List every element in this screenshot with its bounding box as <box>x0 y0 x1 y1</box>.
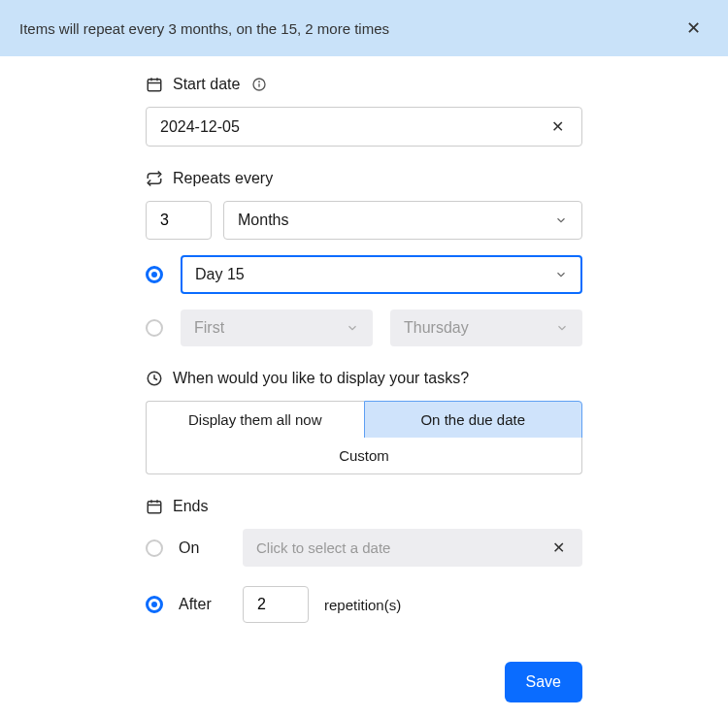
repetitions-unit: repetition(s) <box>324 597 401 613</box>
display-due-date-button[interactable]: On the due date <box>364 401 583 439</box>
day-select-value: Day 15 <box>195 266 245 283</box>
repeats-label: Repeats every <box>173 170 273 187</box>
display-segmented: Display them all now On the due date Cus… <box>146 401 582 474</box>
ends-on-date-input[interactable]: Click to select a date ✕ <box>243 529 582 567</box>
unit-select-value: Months <box>238 212 288 229</box>
display-header: When would you like to display your task… <box>146 370 582 387</box>
repeats-section: Repeats every Months Day 15 <box>146 170 582 346</box>
weekday-select-value: Thursday <box>404 319 469 337</box>
start-date-label: Start date <box>173 76 240 93</box>
ordinal-select-value: First <box>194 319 224 337</box>
form-footer: Save <box>146 662 582 702</box>
chevron-down-icon <box>346 321 359 335</box>
display-section: When would you like to display your task… <box>146 370 582 474</box>
unit-select[interactable]: Months <box>223 201 582 240</box>
start-date-section: Start date ✕ <box>146 76 582 147</box>
display-all-now-button[interactable]: Display them all now <box>146 401 364 439</box>
calendar-icon <box>146 76 163 93</box>
repetitions-input[interactable] <box>243 586 309 623</box>
weekday-select[interactable]: Thursday <box>390 310 582 346</box>
ends-on-label: On <box>179 539 227 557</box>
ends-section: Ends On Click to select a date ✕ After r… <box>146 498 582 623</box>
ordinal-select[interactable]: First <box>181 310 373 346</box>
repeat-icon <box>146 170 163 187</box>
svg-rect-0 <box>148 80 161 91</box>
chevron-down-icon <box>554 213 568 227</box>
info-icon[interactable] <box>251 77 267 92</box>
interval-input[interactable] <box>146 201 212 240</box>
weekday-option-row: First Thursday <box>146 310 582 346</box>
svg-point-6 <box>259 82 260 82</box>
ends-after-radio[interactable] <box>146 596 163 613</box>
ends-after-label: After <box>179 596 227 613</box>
calendar-icon <box>146 498 163 515</box>
display-custom-button[interactable]: Custom <box>146 438 582 474</box>
clock-icon <box>146 370 163 387</box>
day-option-row: Day 15 <box>146 255 582 294</box>
display-label: When would you like to display your task… <box>173 370 469 387</box>
repeats-interval-row: Months <box>146 201 582 240</box>
close-icon[interactable]: ✕ <box>678 17 709 39</box>
banner-text: Items will repeat every 3 months, on the… <box>19 20 389 37</box>
chevron-down-icon <box>555 321 569 335</box>
ends-header: Ends <box>146 498 582 515</box>
clear-end-date-icon[interactable]: ✕ <box>548 538 569 557</box>
ends-on-row: On Click to select a date ✕ <box>146 529 582 567</box>
save-button[interactable]: Save <box>505 662 582 702</box>
recurrence-form: Start date ✕ <box>0 56 728 718</box>
day-option-radio[interactable] <box>146 266 163 283</box>
start-date-header: Start date <box>146 76 582 93</box>
start-date-input[interactable]: ✕ <box>146 107 582 147</box>
svg-rect-8 <box>148 502 161 513</box>
chevron-down-icon <box>554 268 568 281</box>
repetitions-field[interactable] <box>257 596 294 613</box>
clear-start-date-icon[interactable]: ✕ <box>547 117 568 136</box>
ends-on-placeholder: Click to select a date <box>256 539 390 556</box>
ends-on-radio[interactable] <box>146 539 163 557</box>
day-select[interactable]: Day 15 <box>181 255 582 294</box>
start-date-field[interactable] <box>160 118 547 136</box>
ends-after-row: After repetition(s) <box>146 586 582 623</box>
interval-field[interactable] <box>160 212 197 229</box>
ends-label: Ends <box>173 498 208 515</box>
info-banner: Items will repeat every 3 months, on the… <box>0 0 728 56</box>
weekday-option-radio[interactable] <box>146 319 163 337</box>
repeats-header: Repeats every <box>146 170 582 187</box>
